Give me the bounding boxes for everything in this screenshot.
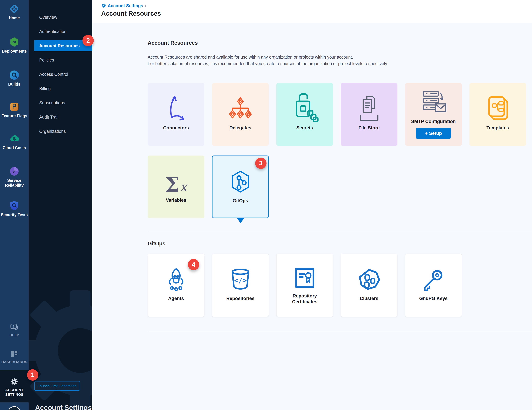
card-label: Connectors bbox=[163, 125, 189, 131]
gitops-pointer-triangle bbox=[237, 218, 244, 223]
smtp-setup-button[interactable]: + Setup bbox=[416, 128, 451, 139]
card-connectors[interactable]: Connectors bbox=[148, 83, 204, 146]
templates-icon bbox=[485, 83, 511, 122]
variables-icon: Σx bbox=[165, 155, 187, 194]
rail-item-security-tests[interactable]: Security Tests bbox=[0, 200, 28, 217]
annotation-badge-2: 2 bbox=[82, 35, 94, 46]
rail-item-label: HELP bbox=[0, 333, 28, 337]
card-delegates[interactable]: Delegates bbox=[212, 83, 269, 146]
breadcrumb-account-settings-link[interactable]: Account Settings bbox=[108, 3, 143, 8]
subnav-item-policies[interactable]: Policies bbox=[28, 54, 92, 66]
delegates-icon bbox=[227, 83, 254, 122]
settings-subnav: Overview Authentication Account Resource… bbox=[28, 0, 92, 410]
subnav-item-access-control[interactable]: Access Control bbox=[28, 69, 92, 80]
repository-certificates-icon bbox=[293, 254, 317, 290]
svg-text:✓: ✓ bbox=[12, 169, 16, 174]
rail-item-label: DASHBOARDS bbox=[0, 359, 28, 364]
card-label: Variables bbox=[166, 197, 186, 203]
launch-first-generation-button[interactable]: Launch First Generation bbox=[34, 381, 80, 391]
help-icon: ? bbox=[0, 323, 28, 332]
rail-item-dashboards[interactable]: DASHBOARDS bbox=[0, 349, 28, 364]
subnav-item-billing[interactable]: Billing bbox=[28, 83, 92, 94]
breadcrumb-separator: › bbox=[145, 3, 146, 9]
deployments-icon: ∞ bbox=[0, 36, 28, 48]
rail-item-label: Feature Flags bbox=[0, 113, 28, 118]
main-content: Account Settings › Account Resources Acc… bbox=[92, 0, 532, 410]
rail-item-cloud-costs[interactable]: $ Cloud Costs bbox=[0, 133, 28, 150]
svg-text:</>: </> bbox=[234, 276, 247, 284]
rail-item-label: Builds bbox=[0, 82, 28, 87]
rail-item-label: Home bbox=[0, 16, 28, 20]
gnupg-keys-icon bbox=[421, 254, 446, 292]
gear-icon bbox=[0, 378, 28, 386]
agents-icon bbox=[164, 254, 189, 292]
svg-text:$: $ bbox=[13, 136, 16, 141]
section-divider bbox=[148, 232, 532, 232]
rail-item-service-reliability[interactable]: ✓ Service Reliability bbox=[0, 165, 28, 188]
card-smtp-configuration[interactable]: SMTP Configuration + Setup bbox=[405, 83, 462, 146]
gitops-section-title: GitOps bbox=[148, 241, 165, 247]
annotation-badge-4: 4 bbox=[188, 259, 199, 270]
svg-text:?: ? bbox=[13, 325, 15, 328]
card-label: GitOps bbox=[233, 198, 248, 204]
card-label: File Store bbox=[358, 125, 380, 131]
card-label: Clusters bbox=[360, 296, 378, 301]
rail-item-feature-flags[interactable]: Feature Flags bbox=[0, 101, 28, 118]
section-description-line1: Account Resources are shared and availab… bbox=[148, 54, 509, 60]
subnav-item-organizations[interactable]: Organizations bbox=[28, 126, 92, 137]
rail-item-label: Deployments bbox=[0, 49, 28, 54]
rail-item-builds[interactable]: Builds bbox=[0, 69, 28, 87]
rail-item-account-settings[interactable]: ACCOUNT SETTINGS bbox=[0, 370, 28, 402]
app-root: Home ∞ Deployments Builds bbox=[0, 0, 532, 410]
feature-flags-icon bbox=[0, 101, 28, 113]
rail-item-label: Service Reliability bbox=[0, 178, 28, 188]
card-clusters[interactable]: Clusters bbox=[341, 254, 398, 317]
cloud-costs-icon: $ bbox=[0, 133, 28, 145]
card-repositories[interactable]: </> Repositories bbox=[212, 254, 269, 317]
rail-item-deployments[interactable]: ∞ Deployments bbox=[0, 36, 28, 54]
home-icon bbox=[0, 3, 28, 15]
annotation-badge-1: 1 bbox=[27, 369, 38, 381]
page-header: Account Settings › Account Resources bbox=[92, 0, 532, 23]
section-description-line2: For better isolation of resources, it is… bbox=[148, 61, 509, 67]
user-avatar[interactable]: MC bbox=[8, 406, 21, 410]
card-secrets[interactable]: Secrets bbox=[276, 83, 333, 146]
subnav-item-overview[interactable]: Overview bbox=[28, 11, 92, 23]
rail-item-home[interactable]: Home bbox=[0, 3, 28, 20]
card-label: SMTP Configuration bbox=[411, 118, 456, 124]
module-rail: Home ∞ Deployments Builds bbox=[0, 0, 28, 410]
security-tests-icon bbox=[0, 200, 28, 212]
breadcrumb-gear-icon bbox=[102, 3, 106, 8]
section-title: Account Resources bbox=[148, 40, 198, 46]
rail-item-help[interactable]: ? HELP bbox=[0, 323, 28, 337]
rail-item-label: Security Tests bbox=[0, 212, 28, 217]
card-templates[interactable]: Templates bbox=[469, 83, 526, 146]
card-label: Agents bbox=[168, 296, 184, 301]
card-gnupg-keys[interactable]: GnuPG Keys bbox=[405, 254, 462, 317]
section-divider-bottom bbox=[148, 332, 532, 332]
service-reliability-icon: ✓ bbox=[0, 165, 28, 177]
card-label: Delegates bbox=[229, 125, 251, 131]
account-settings-label-line1: ACCOUNT bbox=[0, 387, 28, 392]
repositories-icon: </> bbox=[228, 254, 253, 292]
dashboards-icon bbox=[0, 349, 28, 359]
smtp-icon bbox=[420, 83, 447, 116]
subnav-item-audit-trail[interactable]: Audit Trail bbox=[28, 111, 92, 123]
gear-watermark bbox=[28, 289, 92, 410]
gitops-icon bbox=[228, 156, 253, 195]
builds-icon bbox=[0, 69, 28, 81]
card-label: Repositories bbox=[226, 296, 255, 301]
subnav-footer-title: Account Settings bbox=[35, 404, 92, 410]
card-repository-certificates[interactable]: Repository Certificates bbox=[276, 254, 333, 317]
card-file-store[interactable]: File Store bbox=[341, 83, 398, 146]
secrets-icon bbox=[291, 83, 319, 122]
connectors-icon bbox=[163, 83, 189, 122]
subnav-item-authentication[interactable]: Authentication bbox=[28, 26, 92, 37]
card-label: GnuPG Keys bbox=[419, 296, 447, 301]
svg-text:∞: ∞ bbox=[12, 39, 16, 45]
subnav-item-subscriptions[interactable]: Subscriptions bbox=[28, 97, 92, 109]
clusters-icon bbox=[357, 254, 382, 292]
file-store-icon bbox=[356, 83, 382, 122]
breadcrumb: Account Settings › bbox=[102, 3, 146, 9]
card-variables[interactable]: Σx Variables bbox=[148, 155, 204, 218]
